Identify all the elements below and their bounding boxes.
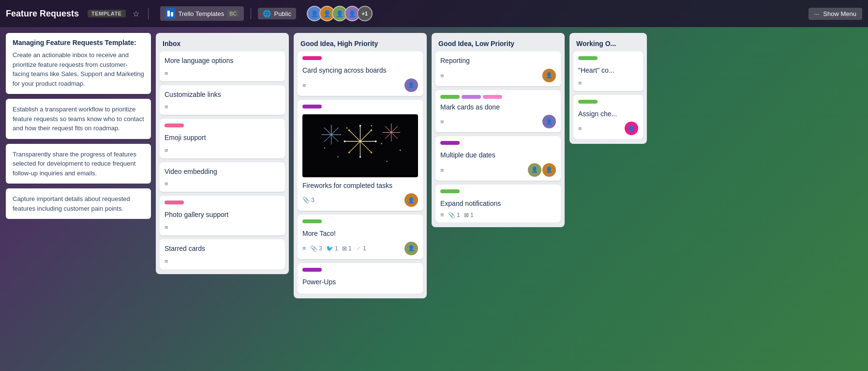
template-badge: TEMPLATE xyxy=(88,10,125,17)
label-pink xyxy=(483,95,502,99)
checklist-count: ⊠ 1 xyxy=(342,245,352,252)
desc-card-1: Managing Feature Requests Template: Crea… xyxy=(6,33,151,94)
description-icon xyxy=(165,69,168,77)
card-title: Reporting xyxy=(440,56,556,66)
svg-point-11 xyxy=(359,124,361,126)
card-title: Multiple due dates xyxy=(440,151,556,160)
card-starred-cards[interactable]: Starred cards xyxy=(160,239,285,269)
card-mark-done[interactable]: Mark cards as done 👤 xyxy=(435,90,561,133)
card-label xyxy=(578,56,598,60)
svg-point-35 xyxy=(346,127,348,128)
card-label xyxy=(302,219,322,223)
slash-count: ⟋ 1 xyxy=(356,245,366,252)
card-label xyxy=(302,56,322,60)
show-menu-label: Show Menu xyxy=(823,10,856,17)
visibility-button[interactable]: 🌐 Public xyxy=(258,8,296,19)
card-icons: 📎 3 🐦 1 ⊠ 1 ⟋ 1 xyxy=(302,245,366,252)
card-footer: 👤 👤 xyxy=(440,163,556,177)
card-title: Starred cards xyxy=(165,244,280,254)
column-good-high-title: Good Idea, High Priority xyxy=(298,38,423,51)
card-icons: 📎 3 xyxy=(302,197,314,203)
avatar-overflow[interactable]: +1 xyxy=(357,6,373,21)
card-footer: 👤 xyxy=(578,122,638,135)
checklist-count: ⊠ 1 xyxy=(464,212,474,218)
column-inbox: Inbox More language options Customizable… xyxy=(156,33,289,274)
card-title: Photo gallery support xyxy=(165,210,280,220)
description-icon xyxy=(578,78,582,87)
card-title: Fireworks for completed tasks xyxy=(302,181,418,191)
card-photo-gallery[interactable]: Photo gallery support xyxy=(160,196,285,235)
card-member-avatar: 👤 xyxy=(404,242,418,255)
card-customizable-links[interactable]: Customizable links xyxy=(160,85,285,115)
svg-point-16 xyxy=(348,152,350,154)
card-more-language[interactable]: More language options xyxy=(160,51,285,81)
svg-point-37 xyxy=(381,143,382,144)
card-title: Mark cards as done xyxy=(440,103,556,112)
board-content: Managing Feature Requests Template: Crea… xyxy=(0,27,868,371)
card-heart[interactable]: "Heart" co... xyxy=(573,51,643,91)
show-menu-button[interactable]: ··· Show Menu xyxy=(808,8,863,20)
card-member-avatar: 👤 xyxy=(404,193,418,207)
card-reporting[interactable]: Reporting 👤 xyxy=(435,51,561,86)
card-video-embedding[interactable]: Video embedding xyxy=(160,162,285,192)
inbox-cards-list: More language options Customizable links… xyxy=(160,51,285,269)
svg-point-40 xyxy=(337,156,339,157)
card-fireworks[interactable]: Fireworks for completed tasks 📎 3 👤 xyxy=(298,100,423,211)
card-title: Expand notifications xyxy=(440,199,556,209)
description-icon xyxy=(578,124,582,133)
desc-card-3: Transparently share the progress of feat… xyxy=(6,144,151,184)
card-multiple-due-dates[interactable]: Multiple due dates 👤 👤 xyxy=(435,136,561,181)
star-button[interactable]: ☆ xyxy=(131,7,141,20)
card-title: More Taco! xyxy=(302,229,418,239)
description-icon xyxy=(302,245,306,252)
card-powerups[interactable]: Power-Ups xyxy=(298,263,423,294)
workspace-name: Trello Templates xyxy=(179,10,224,17)
svg-point-18 xyxy=(348,129,350,131)
card-cover-image xyxy=(302,114,418,177)
column-working-on: Working O... "Heart" co... Assign che...… xyxy=(569,33,647,144)
card-expand-notifications[interactable]: Expand notifications 📎 1 ⊠ 1 xyxy=(435,185,561,223)
board-header: Feature Requests TEMPLATE ☆ Trello Templ… xyxy=(0,0,868,27)
column-good-high: Good Idea, High Priority Card syncing ac… xyxy=(294,33,427,298)
label-green xyxy=(440,95,460,99)
card-title: Card syncing across boards xyxy=(302,66,418,76)
card-emoji[interactable]: Emoji support xyxy=(160,119,285,158)
tweet-count: 🐦 1 xyxy=(326,245,338,252)
card-more-taco[interactable]: More Taco! 📎 3 🐦 1 ⊠ 1 ⟋ 1 👤 xyxy=(298,215,423,259)
svg-point-36 xyxy=(371,125,372,126)
desc-para-3: Transparently share the progress of feat… xyxy=(13,150,144,178)
good-low-cards-list: Reporting 👤 Mark cards as done 👤 xyxy=(435,51,561,222)
label-purple xyxy=(462,95,481,99)
workspace-tag: BC xyxy=(227,10,239,17)
card-assign[interactable]: Assign che... 👤 xyxy=(573,95,643,139)
attachment-count: 📎 3 xyxy=(310,245,322,252)
column-inbox-title: Inbox xyxy=(160,38,285,51)
card-member-avatar: 👤 xyxy=(542,115,556,128)
description-column: Managing Feature Requests Template: Crea… xyxy=(6,33,151,219)
card-title: Customizable links xyxy=(165,90,280,100)
svg-point-15 xyxy=(359,156,361,158)
card-label-pink xyxy=(165,201,184,204)
visibility-label: Public xyxy=(274,10,291,17)
card-member-avatar: 👤 xyxy=(542,69,556,82)
card-title: Assign che... xyxy=(578,109,638,119)
svg-point-39 xyxy=(400,149,401,151)
card-avatars: 👤 👤 xyxy=(528,163,556,177)
card-label-pink xyxy=(165,124,184,127)
header-divider xyxy=(148,8,149,19)
card-title: "Heart" co... xyxy=(578,66,638,76)
description-icon xyxy=(165,146,168,154)
card-member-avatar: 👤 xyxy=(404,78,418,92)
card-footer: 👤 xyxy=(440,115,556,128)
attachment-count: 📎 3 xyxy=(302,197,314,203)
card-card-syncing[interactable]: Card syncing across boards 👤 xyxy=(298,51,423,96)
card-label xyxy=(578,100,598,104)
workspace-button[interactable]: Trello Templates BC xyxy=(160,6,244,21)
card-title: Video embedding xyxy=(165,167,280,177)
card-footer: 📎 3 🐦 1 ⊠ 1 ⟋ 1 👤 xyxy=(302,242,418,255)
description-icon xyxy=(165,102,168,110)
svg-point-17 xyxy=(344,140,345,142)
workspace-icon xyxy=(165,8,176,19)
card-footer: 📎 3 👤 xyxy=(302,193,418,207)
svg-rect-1 xyxy=(171,12,173,16)
